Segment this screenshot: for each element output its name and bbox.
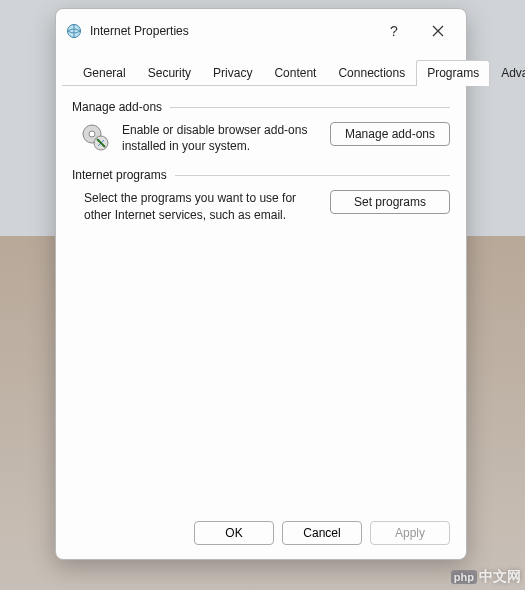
ok-button[interactable]: OK — [194, 521, 274, 545]
tab-content[interactable]: Content — [263, 60, 327, 86]
programs-description: Select the programs you want to use for … — [80, 190, 320, 222]
addons-gear-icon — [80, 122, 112, 154]
tab-programs[interactable]: Programs — [416, 60, 490, 86]
divider — [175, 175, 450, 176]
dialog-window: Internet Properties ? General Security P… — [55, 8, 467, 560]
group-title-addons: Manage add-ons — [72, 100, 162, 114]
addons-description: Enable or disable browser add-ons instal… — [122, 122, 320, 154]
watermark: php中文网 — [451, 568, 521, 586]
window-title: Internet Properties — [90, 24, 368, 38]
divider — [170, 107, 450, 108]
tab-content-area: Manage add-ons Enable or disable browser… — [56, 86, 466, 509]
tab-connections[interactable]: Connections — [327, 60, 416, 86]
svg-point-2 — [89, 131, 95, 137]
tab-bar: General Security Privacy Content Connect… — [62, 49, 460, 86]
dialog-footer: OK Cancel Apply — [56, 509, 466, 559]
help-button[interactable]: ? — [376, 17, 412, 45]
tab-privacy[interactable]: Privacy — [202, 60, 263, 86]
cancel-button[interactable]: Cancel — [282, 521, 362, 545]
tab-advanced[interactable]: Advanced — [490, 60, 525, 86]
apply-button[interactable]: Apply — [370, 521, 450, 545]
tab-general[interactable]: General — [72, 60, 137, 86]
internet-options-icon — [66, 23, 82, 39]
group-internet-programs: Internet programs Select the programs yo… — [72, 168, 450, 222]
group-title-programs: Internet programs — [72, 168, 167, 182]
tab-security[interactable]: Security — [137, 60, 202, 86]
manage-addons-button[interactable]: Manage add-ons — [330, 122, 450, 146]
titlebar: Internet Properties ? — [56, 9, 466, 49]
group-manage-addons: Manage add-ons Enable or disable browser… — [72, 100, 450, 154]
set-programs-button[interactable]: Set programs — [330, 190, 450, 214]
close-button[interactable] — [420, 17, 456, 45]
